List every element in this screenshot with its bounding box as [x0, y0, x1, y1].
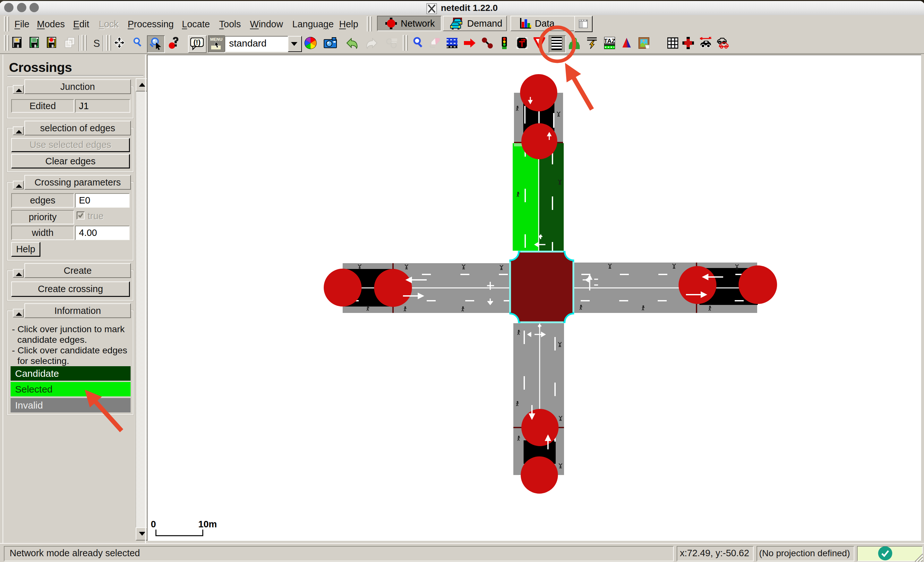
svg-text:0: 0	[151, 519, 156, 529]
svg-text:(!): (!)	[194, 38, 201, 46]
svg-text:10m: 10m	[198, 519, 217, 529]
svg-text:TAZ: TAZ	[604, 38, 615, 44]
